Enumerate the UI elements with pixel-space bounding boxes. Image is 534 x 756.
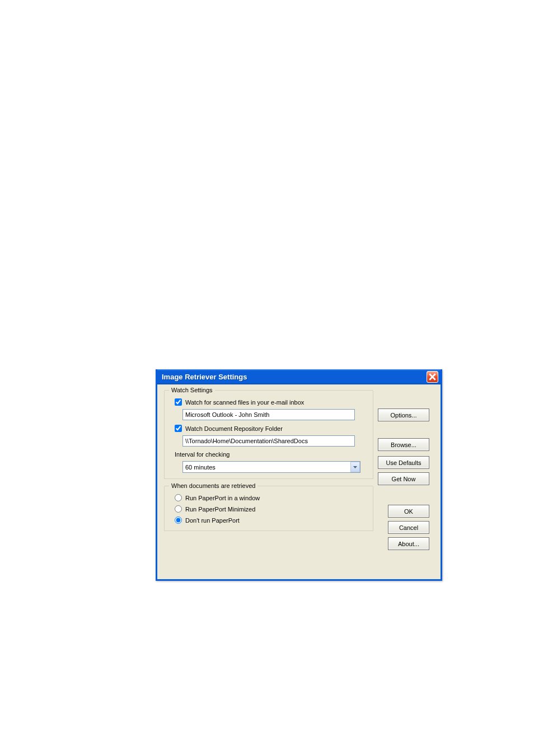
- about-button[interactable]: About...: [388, 537, 429, 550]
- when-retrieved-group: When documents are retrieved Run PaperPo…: [164, 486, 373, 531]
- ok-button[interactable]: OK: [388, 505, 429, 518]
- interval-select[interactable]: 60 minutes: [182, 461, 360, 473]
- dialog-body: Watch Settings Watch for scanned files i…: [157, 384, 441, 559]
- radio-run-window: Run PaperPort in a window: [170, 494, 367, 501]
- cancel-button[interactable]: Cancel: [388, 521, 429, 534]
- watch-settings-group: Watch Settings Watch for scanned files i…: [164, 390, 373, 479]
- folder-watch-row: Watch Document Repository Folder: [170, 425, 367, 432]
- radio-dont-run-label: Don't run PaperPort: [185, 517, 240, 524]
- radio-run-window-label: Run PaperPort in a window: [185, 495, 260, 501]
- right-column: Options... Browse... Use Defaults Get No…: [378, 390, 434, 553]
- close-button[interactable]: [427, 371, 438, 383]
- left-column: Watch Settings Watch for scanned files i…: [164, 390, 373, 553]
- use-defaults-button[interactable]: Use Defaults: [378, 456, 429, 469]
- radio-run-minimized: Run PaperPort Minimized: [170, 505, 367, 513]
- options-button[interactable]: Options...: [378, 408, 429, 421]
- interval-label: Interval for checking: [170, 451, 367, 458]
- radio-dont-run-input[interactable]: [175, 516, 182, 524]
- when-retrieved-legend: When documents are retrieved: [169, 482, 257, 489]
- watch-settings-legend: Watch Settings: [169, 387, 215, 393]
- email-watch-row: Watch for scanned files in your e-mail i…: [170, 398, 367, 406]
- close-icon: [429, 373, 436, 381]
- folder-watch-label: Watch Document Repository Folder: [185, 425, 283, 432]
- window-title: Image Retriever Settings: [162, 373, 247, 381]
- get-now-button[interactable]: Get Now: [378, 472, 429, 485]
- email-watch-label: Watch for scanned files in your e-mail i…: [185, 399, 304, 406]
- email-watch-checkbox[interactable]: [175, 398, 182, 406]
- settings-dialog: Image Retriever Settings Watch Settings …: [156, 369, 442, 581]
- folder-path-input[interactable]: [182, 435, 355, 447]
- email-inbox-input[interactable]: [182, 409, 355, 420]
- browse-button[interactable]: Browse...: [378, 438, 429, 451]
- dropdown-arrow-icon: [350, 462, 360, 472]
- folder-watch-checkbox[interactable]: [175, 425, 182, 432]
- radio-run-window-input[interactable]: [175, 494, 182, 501]
- titlebar[interactable]: Image Retriever Settings: [157, 369, 441, 384]
- interval-value: 60 minutes: [185, 464, 216, 471]
- radio-run-minimized-label: Run PaperPort Minimized: [185, 506, 255, 513]
- radio-run-minimized-input[interactable]: [175, 505, 182, 513]
- radio-dont-run: Don't run PaperPort: [170, 516, 367, 524]
